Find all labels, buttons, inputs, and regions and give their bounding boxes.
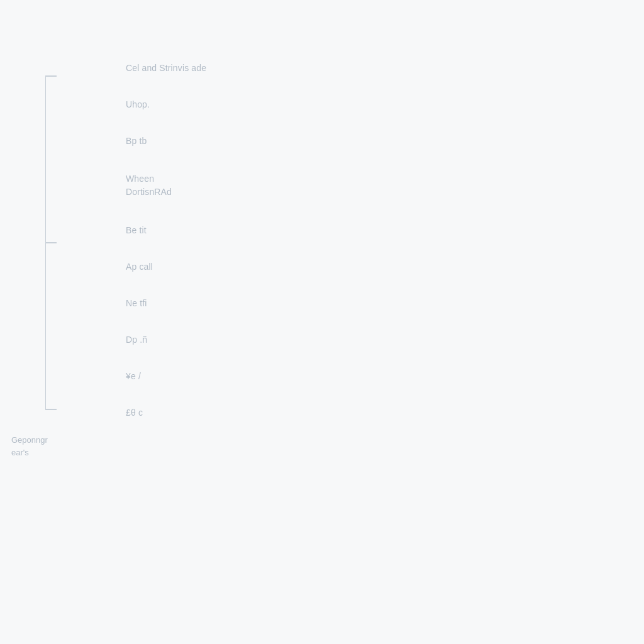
list-item-5: Be tit: [126, 199, 206, 235]
bracket-top-arm: [45, 75, 57, 77]
group-label: Geponngr ear's: [11, 434, 48, 458]
group-label-line1: Geponngr: [11, 434, 48, 447]
list-item-7: Ne tfi: [126, 272, 206, 308]
group-label-line2: ear's: [11, 447, 48, 459]
list-item-3: Bp tb: [126, 109, 206, 146]
list-item-2: Uhop.: [126, 73, 206, 109]
page-container: Geponngr ear's Cel and Strinvis ade Uhop…: [0, 0, 644, 644]
list-item-6: Ap call: [126, 235, 206, 272]
list-item-10: £θ c: [126, 381, 206, 418]
list-item-4: Wheen DortisnRAd: [126, 146, 206, 199]
items-list: Cel and Strinvis ade Uhop. Bp tb Wheen D…: [126, 50, 206, 418]
list-item-9: ¥e /: [126, 345, 206, 381]
bracket-bottom-arm: [45, 409, 57, 410]
list-item-1: Cel and Strinvis ade: [126, 50, 206, 73]
list-item-8: Dp .ñ: [126, 308, 206, 345]
bracket-middle-arm: [45, 242, 57, 243]
